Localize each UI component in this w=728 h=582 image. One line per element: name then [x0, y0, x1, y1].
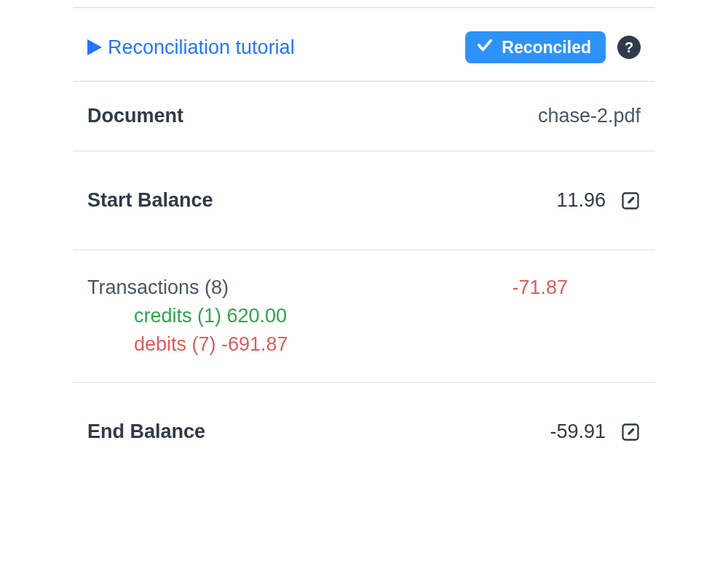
document-filename: chase-2.pdf [538, 105, 641, 127]
reconciled-badge-text: Reconciled [502, 38, 591, 57]
transactions-debits: debits (7) -691.87 [134, 333, 288, 356]
transactions-heading: Transactions (8) [87, 276, 288, 299]
end-balance-label: End Balance [87, 420, 205, 443]
help-icon[interactable]: ? [617, 36, 641, 59]
check-icon [477, 37, 493, 57]
reconciliation-panel: Reconciliation tutorial Reconciled ? Doc… [73, 7, 655, 443]
start-balance-row: Start Balance 11.96 [73, 151, 655, 250]
end-balance-value: -59.91 [550, 420, 606, 443]
tutorial-right-group: Reconciled ? [465, 31, 641, 63]
start-balance-value: 11.96 [556, 189, 606, 212]
tutorial-row: Reconciliation tutorial Reconciled ? [73, 14, 655, 81]
edit-icon[interactable] [620, 191, 641, 211]
end-balance-right: -59.91 [550, 420, 641, 443]
transactions-credits: credits (1) 620.00 [134, 305, 288, 327]
tutorial-link[interactable]: Reconciliation tutorial [87, 36, 295, 59]
document-label: Document [87, 105, 183, 127]
transactions-left: Transactions (8) credits (1) 620.00 debi… [87, 276, 288, 356]
play-icon [87, 39, 102, 55]
end-balance-row: End Balance -59.91 [73, 383, 655, 443]
tutorial-link-text: Reconciliation tutorial [108, 36, 295, 59]
transactions-row: Transactions (8) credits (1) 620.00 debi… [73, 250, 655, 383]
reconciled-badge[interactable]: Reconciled [465, 31, 606, 63]
edit-icon[interactable] [620, 422, 641, 442]
svg-marker-0 [87, 39, 102, 55]
document-row: Document chase-2.pdf [73, 81, 655, 151]
start-balance-label: Start Balance [87, 189, 213, 212]
transactions-net-value: -71.87 [512, 276, 641, 299]
start-balance-right: 11.96 [556, 189, 641, 212]
